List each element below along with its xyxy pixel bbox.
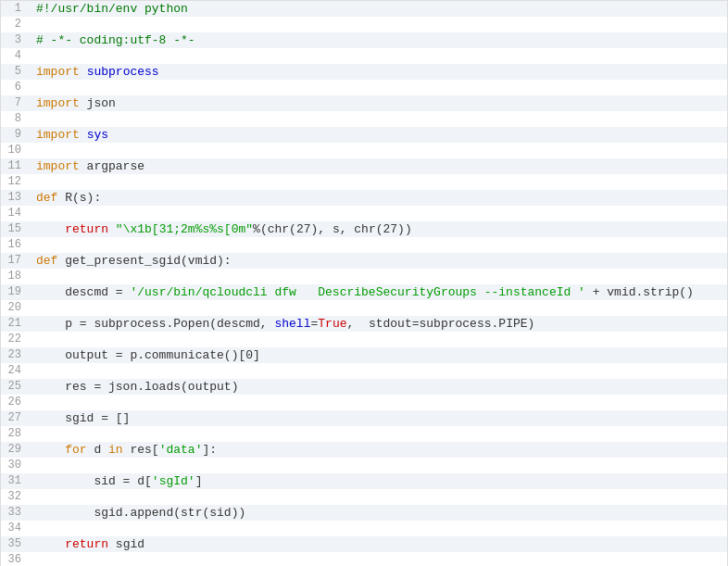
code-line: 6 — [1, 80, 727, 95]
line-content — [29, 458, 727, 473]
line-content — [29, 111, 727, 127]
line-number: 24 — [1, 363, 29, 379]
line-content — [29, 48, 727, 64]
code-line: 24 — [1, 363, 727, 379]
line-content: res = json.loads(output) — [29, 379, 727, 395]
line-number: 22 — [1, 332, 29, 347]
code-line: 10 — [1, 143, 727, 158]
line-number: 15 — [1, 221, 29, 237]
line-content — [29, 80, 727, 95]
code-line: 25 res = json.loads(output) — [1, 379, 727, 395]
line-number: 35 — [1, 536, 29, 552]
code-line: 27 sgid = [] — [1, 410, 727, 426]
line-number: 36 — [1, 552, 29, 566]
line-number: 3 — [1, 32, 29, 48]
code-line: 7 import json — [1, 95, 727, 111]
code-line: 9 import sys — [1, 127, 727, 143]
code-line: 29 for d in res['data']: — [1, 442, 727, 458]
line-number: 6 — [1, 80, 29, 95]
line-number: 19 — [1, 284, 29, 300]
line-content: for d in res['data']: — [29, 442, 727, 458]
line-content: def R(s): — [29, 190, 727, 206]
line-content: # -*- coding:utf-8 -*- — [29, 32, 727, 48]
line-content: sgid = [] — [29, 410, 727, 426]
code-line: 8 — [1, 111, 727, 127]
line-content — [29, 143, 727, 158]
code-line: 5 import subprocess — [1, 64, 727, 80]
line-number: 18 — [1, 269, 29, 284]
line-number: 17 — [1, 253, 29, 269]
code-line: 3 # -*- coding:utf-8 -*- — [1, 32, 727, 48]
line-number: 9 — [1, 127, 29, 143]
line-content: sgid.append(str(sid)) — [29, 505, 727, 521]
line-number: 11 — [1, 158, 29, 174]
code-lines: 1 #!/usr/bin/env python 2 3 # -*- coding… — [1, 1, 727, 566]
code-line: 20 — [1, 300, 727, 316]
line-content: output = p.communicate()[0] — [29, 347, 727, 363]
line-content — [29, 332, 727, 347]
line-number: 34 — [1, 521, 29, 536]
line-number: 8 — [1, 111, 29, 127]
line-number: 21 — [1, 316, 29, 332]
code-editor: 1 #!/usr/bin/env python 2 3 # -*- coding… — [0, 0, 728, 566]
line-number: 30 — [1, 458, 29, 473]
code-line: 33 sgid.append(str(sid)) — [1, 505, 727, 521]
line-number: 20 — [1, 300, 29, 316]
line-content — [29, 269, 727, 284]
code-line: 28 — [1, 426, 727, 442]
code-line: 11 import argparse — [1, 158, 727, 174]
line-content — [29, 17, 727, 32]
line-content — [29, 206, 727, 221]
line-number: 32 — [1, 489, 29, 505]
line-content — [29, 300, 727, 316]
line-number: 5 — [1, 64, 29, 80]
code-line: 14 — [1, 206, 727, 221]
line-number: 1 — [1, 1, 29, 17]
line-number: 14 — [1, 206, 29, 221]
line-number: 31 — [1, 473, 29, 489]
line-content — [29, 363, 727, 379]
code-line: 15 return "\x1b[31;2m%s%s[0m"%(chr(27), … — [1, 221, 727, 237]
line-number: 23 — [1, 347, 29, 363]
code-line: 13 def R(s): — [1, 190, 727, 206]
code-line: 32 — [1, 489, 727, 505]
line-number: 25 — [1, 379, 29, 395]
code-line: 4 — [1, 48, 727, 64]
code-line: 1 #!/usr/bin/env python — [1, 1, 727, 17]
code-line: 21 p = subprocess.Popen(descmd, shell=Tr… — [1, 316, 727, 332]
line-content: import argparse — [29, 158, 727, 174]
code-line: 31 sid = d['sgId'] — [1, 473, 727, 489]
line-content — [29, 521, 727, 536]
line-number: 7 — [1, 95, 29, 111]
line-content — [29, 489, 727, 505]
line-content: import sys — [29, 127, 727, 143]
line-content — [29, 395, 727, 410]
line-content — [29, 237, 727, 253]
line-content — [29, 426, 727, 442]
line-content: sid = d['sgId'] — [29, 473, 727, 489]
code-line: 2 — [1, 17, 727, 32]
code-line: 22 — [1, 332, 727, 347]
line-number: 4 — [1, 48, 29, 64]
line-number: 13 — [1, 190, 29, 206]
code-line: 23 output = p.communicate()[0] — [1, 347, 727, 363]
line-number: 10 — [1, 143, 29, 158]
code-line: 35 return sgid — [1, 536, 727, 552]
code-line: 30 — [1, 458, 727, 473]
line-content — [29, 174, 727, 190]
line-content: return sgid — [29, 536, 727, 552]
line-content: #!/usr/bin/env python — [29, 1, 727, 17]
line-number: 28 — [1, 426, 29, 442]
code-line: 18 — [1, 269, 727, 284]
code-line: 36 — [1, 552, 727, 566]
line-content: descmd = '/usr/bin/qcloudcli dfw Describ… — [29, 284, 727, 300]
line-content: import subprocess — [29, 64, 727, 80]
line-content: import json — [29, 95, 727, 111]
line-content: def get_present_sgid(vmid): — [29, 253, 727, 269]
line-content — [29, 552, 727, 566]
line-number: 29 — [1, 442, 29, 458]
code-line: 19 descmd = '/usr/bin/qcloudcli dfw Desc… — [1, 284, 727, 300]
line-number: 12 — [1, 174, 29, 190]
code-line: 17 def get_present_sgid(vmid): — [1, 253, 727, 269]
code-line: 12 — [1, 174, 727, 190]
